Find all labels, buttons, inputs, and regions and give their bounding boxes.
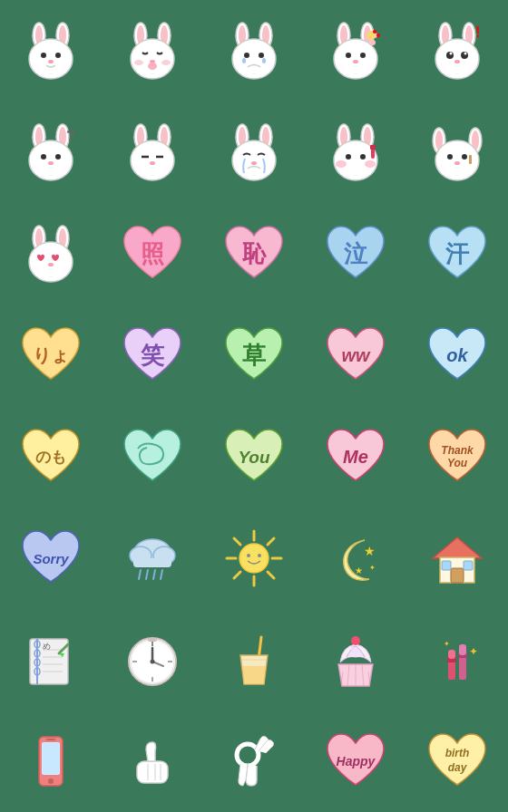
heart-naki: 泣 [323,223,388,285]
svg-point-47 [450,53,453,55]
heart-you: You [221,426,287,488]
cell-cloud-rain[interactable] [102,508,203,609]
cell-heart-birthday[interactable]: birthday [406,710,508,812]
cell-bunny-sad[interactable] [203,0,305,102]
heart-nomo: のも [18,426,83,488]
cell-heart-me[interactable]: Me [305,406,406,508]
cell-bunny-cry[interactable] [203,102,305,203]
ok-hand [218,725,290,798]
svg-line-104 [139,570,141,579]
svg-rect-160 [459,655,466,680]
cell-moon-star[interactable]: ★ ★ ✦ [305,508,406,609]
svg-point-22 [244,53,249,58]
cell-bunny-question[interactable]: ? [0,102,102,203]
svg-rect-169 [46,739,55,740]
svg-point-57 [55,154,61,160]
svg-point-24 [242,58,246,63]
svg-point-31 [346,53,351,58]
svg-line-114 [268,538,274,545]
cell-heart-ok[interactable]: ok [406,304,508,406]
cell-bunny-love[interactable] [0,203,102,304]
bunny-sad [218,14,290,87]
heart-spiral [120,426,185,488]
bunny-question: ? [15,116,87,188]
svg-point-82 [365,160,376,168]
phone [15,725,87,798]
svg-line-113 [268,572,274,578]
cell-heart-teru[interactable]: 照 [102,203,203,304]
svg-rect-93 [469,155,472,164]
svg-marker-122 [433,537,482,558]
svg-text:★: ★ [364,544,376,558]
cell-heart-ryo[interactable]: りょ [0,304,102,406]
cell-makeup[interactable]: ✦ ✦ [406,609,508,710]
bunny-blush [319,116,392,188]
svg-line-106 [153,570,155,579]
svg-point-56 [41,154,46,160]
svg-point-38 [373,30,376,34]
svg-point-98 [29,242,73,282]
cell-heart-sorry[interactable]: Sorry [0,508,102,609]
svg-point-33 [353,60,358,63]
cell-heart-happy[interactable]: Happy [305,710,406,812]
svg-point-15 [134,60,143,65]
cell-heart-you[interactable]: You [203,406,305,508]
cell-heart-spiral[interactable] [102,406,203,508]
cell-house[interactable] [406,508,508,609]
svg-rect-159 [448,650,455,659]
cell-heart-kusa[interactable]: 草 [203,304,305,406]
svg-rect-157 [448,660,455,680]
svg-point-55 [29,140,73,180]
cell-heart-thankyou[interactable]: ThankYou [406,406,508,508]
svg-point-89 [435,140,479,180]
svg-point-44 [435,39,479,79]
cell-bunny-blank[interactable] [102,102,203,203]
cell-bunny-blush[interactable] [305,102,406,203]
svg-line-115 [234,572,240,578]
cell-drink[interactable] [203,609,305,710]
svg-point-92 [454,161,460,165]
house [421,522,493,594]
cell-heart-ase[interactable]: 汗 [406,203,508,304]
cell-cupcake[interactable] [305,609,406,710]
svg-point-99 [48,263,54,266]
svg-point-64 [131,140,174,180]
cell-notebook[interactable]: め [0,609,102,710]
svg-point-72 [232,140,276,180]
heart-ryo: りょ [18,324,83,386]
cell-heart-hana[interactable]: 恥 [203,203,305,304]
svg-point-48 [464,53,467,55]
svg-text:★: ★ [355,566,363,575]
cell-bunny-plain[interactable] [0,0,102,102]
heart-ww: ww [323,324,388,386]
heart-me: Me [323,426,388,488]
cell-thumbsup[interactable] [102,710,203,812]
cell-bunny-flower[interactable] [305,0,406,102]
clock [116,624,189,696]
svg-point-81 [336,160,347,168]
notebook: め [15,624,87,696]
heart-birthday: birthday [425,730,490,792]
svg-rect-84 [370,145,376,150]
bunny-flower [319,14,392,87]
cell-heart-ww[interactable]: ww [305,304,406,406]
cell-bunny-side[interactable] [406,102,508,203]
svg-point-90 [447,154,453,160]
cell-bunny-exclaim[interactable]: ! [406,0,508,102]
svg-point-174 [237,744,259,766]
cell-sun-face[interactable] [203,508,305,609]
cell-okhand[interactable] [203,710,305,812]
cell-clock[interactable] [102,609,203,710]
svg-text:め: め [43,642,51,651]
svg-point-151 [351,636,360,645]
cell-heart-naki[interactable]: 泣 [305,203,406,304]
svg-point-16 [161,60,171,65]
cell-heart-nomo[interactable]: のも [0,406,102,508]
svg-point-12 [131,39,174,79]
cell-bunny-tongue[interactable] [102,0,203,102]
svg-text:✦: ✦ [444,640,450,648]
cell-phone[interactable] [0,710,102,812]
cell-heart-warai[interactable]: 笑 [102,304,203,406]
cupcake [319,624,392,696]
svg-point-49 [454,60,460,63]
